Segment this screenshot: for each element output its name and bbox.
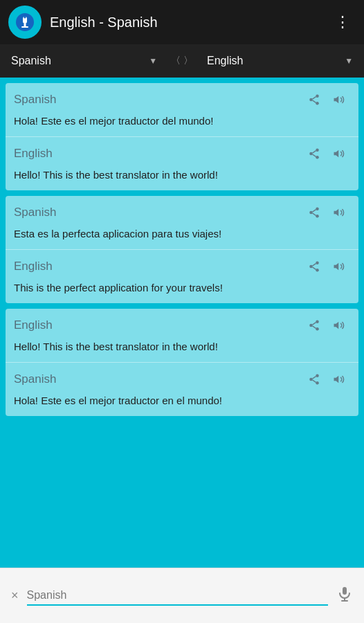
source-section: English Hello! This is the best translat…	[6, 309, 358, 363]
text-to-speech-button[interactable]	[328, 314, 350, 336]
microphone-button[interactable]	[334, 583, 356, 609]
section-language-label: Spanish	[14, 372, 56, 386]
section-header: Spanish	[14, 201, 350, 224]
text-to-speech-button[interactable]	[328, 255, 350, 278]
section-actions	[303, 143, 350, 165]
app-title: English - Spanish	[50, 15, 329, 30]
swap-icon: 〈 〉	[171, 55, 193, 67]
swap-languages-button[interactable]: 〈 〉	[168, 55, 196, 67]
svg-line-27	[312, 267, 316, 269]
section-header: English	[14, 255, 350, 278]
section-actions	[303, 201, 350, 224]
share-button[interactable]	[303, 255, 325, 278]
svg-line-38	[312, 377, 316, 379]
svg-line-39	[312, 380, 316, 382]
svg-line-32	[312, 323, 316, 325]
translation-list: Spanish Hola! Este es el mejor traductor…	[0, 78, 364, 568]
section-language-label: Spanish	[14, 93, 56, 107]
translation-card: Spanish Hola! Este es el mejor traductor…	[6, 83, 358, 190]
share-button[interactable]	[303, 143, 325, 165]
translation-card: Spanish Esta es la perfecta aplicacion p…	[6, 196, 358, 303]
text-to-speech-button[interactable]	[328, 143, 350, 165]
app-bar: English - Spanish ⋮	[0, 0, 364, 44]
section-language-label: English	[14, 260, 53, 273]
share-button[interactable]	[303, 201, 325, 224]
section-actions	[303, 368, 350, 390]
overflow-menu-button[interactable]: ⋮	[329, 8, 356, 37]
section-text: This is the perfect application for your…	[14, 280, 350, 298]
source-language-tab[interactable]: Spanish ▼	[0, 44, 168, 78]
svg-marker-34	[334, 322, 339, 329]
app-icon	[8, 6, 42, 39]
text-to-speech-button[interactable]	[328, 368, 350, 390]
source-section: Spanish Hola! Este es el mejor traductor…	[6, 83, 358, 137]
target-language-label: English	[207, 55, 243, 67]
target-section: English Hello! This is the best translat…	[6, 137, 358, 190]
section-header: English	[14, 314, 350, 336]
section-actions	[303, 314, 350, 336]
svg-rect-3	[21, 26, 28, 28]
section-header: Spanish	[14, 368, 350, 390]
source-language-label: Spanish	[11, 55, 51, 67]
svg-line-8	[312, 97, 316, 99]
svg-line-33	[312, 326, 316, 328]
svg-marker-10	[334, 96, 339, 104]
target-section: Spanish Hola! Este es el mejor traductor…	[6, 363, 358, 416]
section-language-label: English	[14, 318, 53, 332]
clear-input-button[interactable]: ×	[8, 586, 21, 606]
svg-line-21	[312, 213, 316, 215]
section-language-label: Spanish	[14, 206, 56, 219]
svg-marker-40	[334, 376, 339, 383]
svg-point-4	[24, 17, 26, 19]
section-text: Esta es la perfecta aplicacion para tus …	[14, 226, 350, 244]
svg-line-26	[312, 264, 316, 266]
target-language-arrow-icon: ▼	[345, 56, 353, 66]
section-actions	[303, 255, 350, 278]
svg-rect-41	[343, 587, 347, 595]
section-actions	[303, 89, 350, 111]
section-text: Hola! Este es el mejor traductor del mun…	[14, 114, 350, 131]
svg-line-20	[312, 210, 316, 212]
target-section: English This is the perfect application …	[6, 250, 358, 303]
svg-line-15	[312, 154, 316, 156]
share-button[interactable]	[303, 368, 325, 390]
section-language-label: English	[14, 147, 53, 161]
language-bar: Spanish ▼ 〈 〉 English ▼	[0, 44, 364, 78]
translation-card: English Hello! This is the best translat…	[6, 309, 358, 416]
svg-marker-16	[334, 150, 339, 158]
translation-input[interactable]	[27, 586, 328, 606]
svg-line-9	[312, 100, 316, 102]
target-language-tab[interactable]: English ▼	[196, 44, 364, 78]
svg-marker-22	[334, 209, 339, 217]
section-text: Hello! This is the best translator in th…	[14, 339, 350, 356]
section-header: English	[14, 143, 350, 165]
section-text: Hello! This is the best translator in th…	[14, 168, 350, 185]
text-to-speech-button[interactable]	[328, 201, 350, 224]
input-bar: ×	[0, 568, 364, 623]
source-section: Spanish Esta es la perfecta aplicacion p…	[6, 196, 358, 250]
share-button[interactable]	[303, 89, 325, 111]
svg-rect-2	[24, 24, 26, 26]
svg-line-14	[312, 151, 316, 153]
share-button[interactable]	[303, 314, 325, 336]
text-to-speech-button[interactable]	[328, 89, 350, 111]
svg-marker-28	[334, 263, 339, 271]
source-language-arrow-icon: ▼	[149, 56, 157, 66]
section-text: Hola! Este es el mejor traductor en el m…	[14, 393, 350, 410]
section-header: Spanish	[14, 89, 350, 111]
